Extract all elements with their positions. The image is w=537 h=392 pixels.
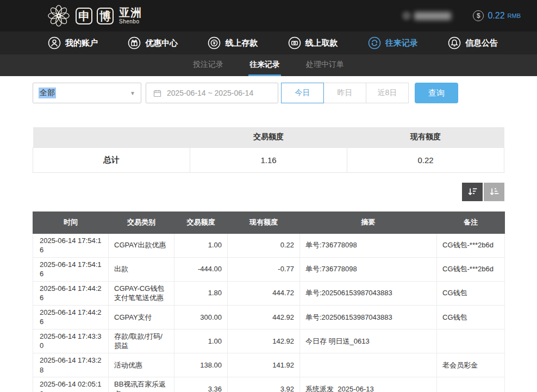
cell-remark: CG钱包 bbox=[437, 281, 505, 305]
filter-bar: 全部 ▼ 2025-06-14 ~ 2025-06-14 今日 昨日 近8日 查… bbox=[33, 83, 504, 103]
brand-char-1: 申 bbox=[76, 8, 92, 24]
tab-processing-orders[interactable]: 处理中订单 bbox=[305, 54, 345, 76]
tab-betting-records[interactable]: 投注记录 bbox=[192, 54, 224, 76]
tab-label: 往来记录 bbox=[249, 60, 280, 70]
cell-type: CGPAY-CG钱包支付笔笔送优惠 bbox=[109, 281, 174, 305]
cell-summary: 单号:202506153987043883 bbox=[300, 281, 437, 305]
query-button[interactable]: 查询 bbox=[415, 83, 458, 103]
lotus-logo-icon bbox=[46, 3, 71, 28]
cell-balance: -0.77 bbox=[228, 257, 300, 281]
transactions-table: 时间 交易类别 交易额度 现有额度 摘要 备注 2025-06-14 17:54… bbox=[33, 211, 505, 392]
cell-time: 2025-06-14 17:54:16 bbox=[33, 233, 109, 257]
user-icon bbox=[48, 36, 61, 49]
cell-remark bbox=[437, 329, 505, 353]
nav-label: 优惠中心 bbox=[145, 38, 178, 48]
nav-item-online-deposit[interactable]: ¥ 线上存款 bbox=[208, 36, 258, 49]
chevron-down-icon: ▼ bbox=[130, 90, 135, 96]
nav-item-my-account[interactable]: 我的账户 bbox=[48, 36, 98, 49]
balance-amount: 0.22 bbox=[488, 11, 504, 21]
cell-summary bbox=[300, 353, 437, 377]
summary-balance-total: 0.22 bbox=[347, 147, 504, 172]
button-label: 昨日 bbox=[338, 88, 353, 98]
tab-label: 投注记录 bbox=[193, 60, 223, 70]
summary-transaction-total: 1.16 bbox=[190, 147, 347, 172]
cell-remark: 老会员彩金 bbox=[437, 353, 505, 377]
nav-item-promotions[interactable]: 优惠中心 bbox=[128, 36, 178, 49]
cell-balance: 142.92 bbox=[228, 329, 300, 353]
cell-type: 存款/取款/打码/损益 bbox=[109, 329, 174, 353]
gift-icon bbox=[128, 36, 141, 49]
today-button[interactable]: 今日 bbox=[281, 83, 324, 103]
account-balance: $ 0.22 RMB bbox=[473, 10, 521, 21]
exchange-records-icon bbox=[368, 36, 381, 49]
tab-transaction-records[interactable]: 往来记录 bbox=[248, 54, 281, 76]
cell-remark: CG钱包-***2b6d bbox=[437, 233, 505, 257]
yesterday-button[interactable]: 昨日 bbox=[323, 83, 366, 103]
cell-summary: 单号:736778098 bbox=[300, 233, 437, 257]
nav-label: 线上取款 bbox=[305, 38, 338, 48]
avatar bbox=[402, 11, 411, 20]
last-8-days-button[interactable]: 近8日 bbox=[366, 83, 409, 103]
sort-ascending-icon bbox=[489, 186, 500, 197]
cell-summary: 今日存 明日送_0613 bbox=[300, 329, 437, 353]
cell-type: CGPAY支付 bbox=[109, 305, 174, 329]
nav-item-announcements[interactable]: 信息公告 bbox=[448, 36, 498, 49]
sort-controls bbox=[33, 183, 504, 201]
cell-time: 2025-06-14 17:44:26 bbox=[33, 305, 109, 329]
cell-remark: CG钱包-***2b6d bbox=[437, 257, 505, 281]
sort-descending-button[interactable] bbox=[462, 183, 483, 201]
table-row: 2025-06-14 17:54:16 CGPAY出款优惠 1.00 0.22 … bbox=[33, 233, 505, 257]
cell-time: 2025-06-14 02:05:13 bbox=[33, 377, 109, 392]
col-header-summary: 摘要 bbox=[300, 211, 437, 233]
cell-time: 2025-06-14 17:43:30 bbox=[33, 329, 109, 353]
nav-item-online-withdrawal[interactable]: 线上取款 bbox=[288, 36, 338, 49]
cell-type: BB视讯百家乐返点 bbox=[109, 377, 174, 392]
records-subnav: 投注记录 往来记录 处理中订单 bbox=[0, 54, 537, 76]
table-row: 2025-06-14 17:44:26 CGPAY-CG钱包支付笔笔送优惠 1.… bbox=[33, 281, 505, 305]
table-row: 2025-06-14 17:44:26 CGPAY支付 300.00 442.9… bbox=[33, 305, 505, 329]
cell-amount: 300.00 bbox=[174, 305, 228, 329]
cell-amount: 1.80 bbox=[174, 281, 228, 305]
cell-balance: 141.92 bbox=[228, 353, 300, 377]
summary-table: 交易额度 现有额度 总计 1.16 0.22 bbox=[33, 127, 504, 173]
table-row: 2025-06-14 17:43:28 活动优惠 138.00 141.92 老… bbox=[33, 353, 505, 377]
brand-char-2: 博 bbox=[97, 8, 114, 24]
cell-summary: 系统派发_2025-06-13 bbox=[300, 377, 437, 392]
calendar-icon bbox=[153, 89, 162, 98]
cell-amount: 1.00 bbox=[174, 329, 228, 353]
bell-icon bbox=[448, 36, 461, 49]
cell-time: 2025-06-14 17:54:16 bbox=[33, 257, 109, 281]
col-header-time: 时间 bbox=[33, 211, 109, 233]
table-row: 2025-06-14 17:54:16 出款 -444.00 -0.77 单号:… bbox=[33, 257, 505, 281]
nav-label: 往来记录 bbox=[385, 38, 418, 48]
cell-type: 出款 bbox=[109, 257, 174, 281]
main-navigation: 我的账户 优惠中心 ¥ 线上存款 线上取款 bbox=[0, 32, 537, 54]
cell-remark bbox=[437, 377, 505, 392]
table-row: 2025-06-14 02:05:13 BB视讯百家乐返点 3.36 3.92 … bbox=[33, 377, 505, 392]
username-blur bbox=[414, 12, 451, 20]
deposit-coin-icon: ¥ bbox=[208, 36, 221, 49]
button-label: 近8日 bbox=[378, 88, 397, 98]
nav-label: 我的账户 bbox=[65, 38, 98, 48]
cell-amount: 138.00 bbox=[174, 353, 228, 377]
sort-descending-icon bbox=[467, 186, 478, 197]
cell-summary: 单号:736778098 bbox=[300, 257, 437, 281]
sort-ascending-button[interactable] bbox=[484, 183, 504, 201]
cell-balance: 444.72 bbox=[228, 281, 300, 305]
top-header: 申 博 亚洲 Shenbo $ 0.22 RMB bbox=[0, 0, 537, 32]
quick-date-buttons: 今日 昨日 近8日 bbox=[282, 83, 409, 103]
type-select-value: 全部 bbox=[39, 88, 56, 98]
balance-currency: RMB bbox=[508, 13, 521, 19]
cell-amount: -444.00 bbox=[174, 257, 228, 281]
col-header-type: 交易类别 bbox=[109, 211, 174, 233]
summary-total-row: 总计 1.16 0.22 bbox=[33, 147, 504, 172]
dollar-coin-icon: $ bbox=[473, 10, 484, 21]
tab-label: 处理中订单 bbox=[306, 60, 344, 70]
brand-name-en: Shenbo bbox=[119, 19, 142, 24]
brand-region: 亚洲 bbox=[119, 7, 142, 18]
cell-type: 活动优惠 bbox=[109, 353, 174, 377]
nav-item-transaction-records[interactable]: 往来记录 bbox=[368, 36, 418, 49]
date-range-picker[interactable]: 2025-06-14 ~ 2025-06-14 bbox=[146, 83, 278, 103]
table-row: 2025-06-14 17:43:30 存款/取款/打码/损益 1.00 142… bbox=[33, 329, 505, 353]
type-select[interactable]: 全部 ▼ bbox=[33, 83, 141, 103]
